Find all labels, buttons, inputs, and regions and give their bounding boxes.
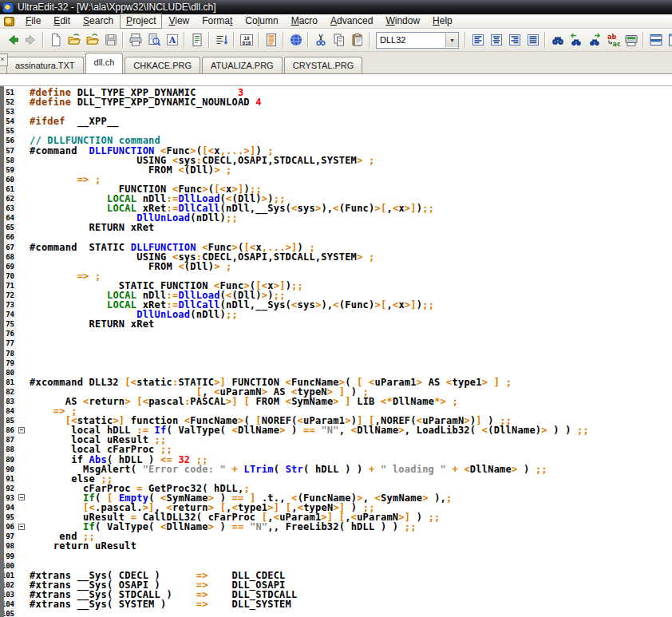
line-number: 85	[4, 416, 16, 425]
fold-margin	[16, 232, 27, 242]
code-line[interactable]: 69 FROM <(Dll)> ;	[4, 262, 672, 271]
line-number: 99	[4, 552, 16, 561]
code-line[interactable]: 75 RETURN xRet	[4, 319, 672, 329]
save-icon[interactable]	[101, 30, 120, 49]
code-line[interactable]: 98 return uResult	[4, 541, 672, 551]
find-in-files-icon[interactable]	[622, 30, 640, 49]
line-number: 90	[4, 465, 16, 474]
copy-icon[interactable]	[330, 30, 348, 49]
code-line[interactable]: 105	[4, 609, 672, 617]
line-number: 96	[4, 522, 16, 532]
menu-window[interactable]: Window	[379, 14, 426, 29]
menu-project[interactable]: Project	[120, 14, 162, 29]
split-horizontal-icon[interactable]	[646, 30, 665, 49]
code-line[interactable]: 83 AS <return> [<pascal:PASCAL>] [ FROM …	[4, 397, 672, 406]
line-number: 78	[4, 349, 16, 358]
ruler-strip	[0, 73, 672, 86]
forward-icon[interactable]	[22, 30, 40, 49]
code-line[interactable]: 96 If( ValType( <DllName> ) == "N",, Fre…	[4, 522, 672, 532]
find-icon[interactable]	[548, 30, 567, 49]
fold-collapse-icon[interactable]	[18, 494, 25, 500]
hex-edit-icon[interactable]: 10010	[237, 30, 255, 49]
code-line[interactable]: 76	[4, 329, 672, 338]
browser-icon[interactable]	[287, 30, 305, 49]
code-line[interactable]: 54#ifdef __XPP__	[4, 117, 672, 126]
fold-margin	[16, 310, 27, 319]
fold-margin	[16, 416, 27, 425]
tab-assinatura-txt[interactable]: assinatura.TXT	[6, 57, 84, 73]
menu-edit[interactable]: Edit	[47, 14, 77, 29]
code-text: return uResult	[27, 541, 136, 551]
replace-icon[interactable]: abac	[603, 30, 622, 49]
find-prev-icon[interactable]	[567, 30, 585, 49]
line-number: 89	[4, 455, 16, 465]
tab-crystal-prg[interactable]: CRYSTAL.PRG	[284, 57, 363, 73]
ultraedit-window: UltraEdit-32 - [W:\ala\Xppw32\INCLUDE\dl…	[0, 0, 672, 617]
paste-icon[interactable]	[348, 30, 366, 49]
code-line[interactable]: 79	[4, 358, 672, 368]
tab-scroll-stub[interactable]: ×	[0, 53, 8, 66]
menu-macro[interactable]: Macro	[285, 14, 324, 29]
print-preview-icon[interactable]	[144, 30, 163, 49]
open-ftp-icon[interactable]	[83, 30, 101, 49]
code-line[interactable]: 104#xtrans __Sys( SYSTEM ) => DLL_SYSTEM	[4, 599, 672, 609]
back-icon[interactable]	[3, 30, 22, 49]
menu-file[interactable]: File	[19, 14, 47, 29]
line-number: 60	[4, 175, 16, 184]
fold-collapse-icon[interactable]	[18, 524, 25, 530]
favorites-combobox[interactable]: DLL32▼	[376, 32, 459, 49]
function-list-icon[interactable]	[262, 30, 280, 49]
menu-view[interactable]: View	[162, 14, 196, 29]
tab-dll-ch[interactable]: dll.ch	[85, 53, 124, 73]
print-icon[interactable]	[126, 30, 144, 49]
chevron-down-icon[interactable]: ▼	[445, 34, 458, 47]
code-line[interactable]: 65 RETURN xRet	[4, 223, 672, 232]
menu-column[interactable]: Column	[239, 14, 284, 29]
app-icon[interactable]	[2, 2, 14, 13]
code-line[interactable]: 52#define DLL_TYPE_XPP_DYNAMIC_NOUNLOAD …	[4, 97, 672, 107]
menu-format[interactable]: Format	[196, 14, 239, 29]
align-center-icon[interactable]	[487, 30, 505, 49]
menu-help[interactable]: Help	[426, 14, 459, 29]
code-line[interactable]: 59 FROM <(Dll)> ;	[4, 165, 672, 175]
font-icon[interactable]: A	[163, 30, 181, 49]
code-editor[interactable]: 51#define DLL_TYPE_XPP_DYNAMIC 352#defin…	[0, 86, 672, 617]
tab-atualiza-prg[interactable]: ATUALIZA.PRG	[202, 57, 283, 73]
line-number: 52	[4, 97, 16, 107]
sort-icon[interactable]	[212, 30, 231, 49]
toolbar-separator	[642, 32, 644, 48]
open-file-icon[interactable]	[65, 30, 83, 49]
line-number: 86	[4, 425, 16, 435]
code-line[interactable]: 77	[4, 338, 672, 348]
window-title: UltraEdit-32 - [W:\ala\Xppw32\INCLUDE\dl…	[18, 2, 216, 13]
fold-margin	[16, 484, 27, 493]
split-vertical-icon[interactable]	[665, 30, 672, 49]
new-file-icon[interactable]	[46, 30, 65, 49]
svg-text:A: A	[168, 35, 176, 45]
svg-text:010: 010	[242, 40, 251, 45]
line-number: 66	[4, 232, 16, 242]
line-number: 62	[4, 194, 16, 204]
find-next-icon[interactable]	[585, 30, 603, 49]
line-number: 67	[4, 243, 16, 252]
document-system-icon[interactable]	[4, 17, 14, 26]
fold-margin	[16, 512, 27, 522]
cut-icon[interactable]	[311, 30, 330, 49]
tab-chkace-prg[interactable]: CHKACE.PRG	[125, 57, 200, 73]
code-line[interactable]: 99	[4, 552, 672, 561]
align-left-icon[interactable]	[468, 30, 487, 49]
fold-margin	[16, 252, 27, 262]
code-line[interactable]: 78	[4, 349, 672, 358]
line-number: 71	[4, 281, 16, 291]
align-justify-icon[interactable]	[524, 30, 542, 49]
menu-advanced[interactable]: Advanced	[324, 14, 379, 29]
line-number: 94	[4, 503, 16, 512]
line-number: 92	[4, 484, 16, 493]
align-right-icon[interactable]	[505, 30, 524, 49]
fold-collapse-icon[interactable]	[18, 427, 25, 433]
fold-margin	[16, 136, 27, 145]
menu-search[interactable]: Search	[77, 14, 120, 29]
fold-margin	[16, 319, 27, 329]
line-number: 73	[4, 300, 16, 310]
mirror-display-icon[interactable]	[188, 30, 206, 49]
